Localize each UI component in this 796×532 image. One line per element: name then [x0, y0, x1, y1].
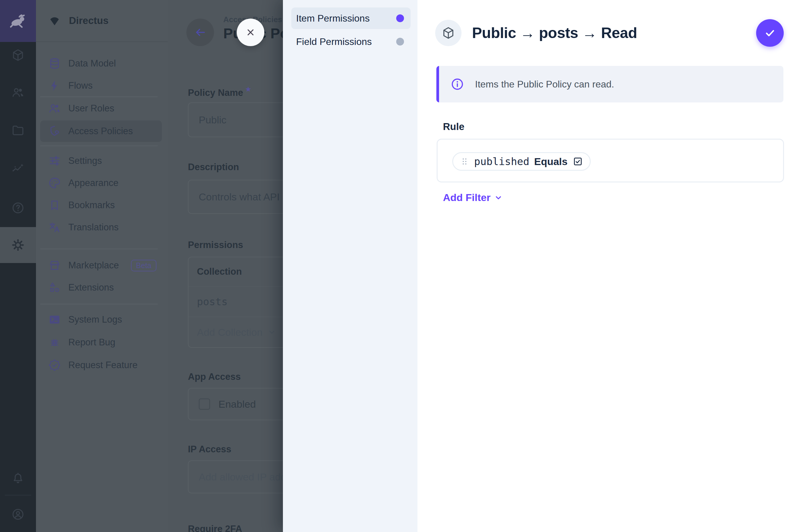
- drawer-content: Public → posts → Read Items the Public P…: [418, 0, 796, 532]
- policy-name-label: Policy Name★: [188, 85, 252, 98]
- module-users[interactable]: [0, 75, 36, 111]
- project-header[interactable]: Directus: [36, 0, 168, 42]
- sidebar-item-bookmarks[interactable]: Bookmarks: [40, 194, 162, 216]
- ip-access-label: IP Access: [188, 444, 232, 455]
- collection-column-header: Collection: [188, 257, 283, 286]
- sidebar-item-system-logs[interactable]: System Logs: [40, 309, 162, 330]
- people-icon: [11, 86, 25, 99]
- notifications-button[interactable]: [0, 460, 36, 496]
- settings-gear-icon: [11, 238, 25, 252]
- help-icon: [11, 201, 25, 215]
- sidebar-item-report-bug[interactable]: Report Bug: [40, 331, 162, 353]
- add-collection-button[interactable]: Add Collection: [188, 317, 283, 347]
- notifications-bell-icon: [11, 472, 25, 485]
- sidebar-item-label: Marketplace: [68, 260, 119, 271]
- enabled-label: Enabled: [219, 398, 256, 410]
- filter-pill[interactable]: published Equals: [452, 152, 591, 171]
- user-roles-icon: [48, 102, 61, 115]
- sidebar-item-translations[interactable]: Translations: [40, 216, 162, 238]
- table-row-posts[interactable]: posts: [188, 287, 283, 317]
- close-icon: [244, 26, 257, 38]
- bookmark-icon: [48, 198, 61, 212]
- require-2fa-label: Require 2FA: [188, 524, 242, 532]
- sidebar-item-access-policies[interactable]: Access Policies: [40, 120, 162, 142]
- module-content[interactable]: [0, 37, 36, 73]
- sidebar-item-flows[interactable]: Flows: [40, 75, 162, 96]
- nav-divider: [40, 304, 158, 304]
- bolt-icon: [48, 79, 61, 92]
- back-button[interactable]: [186, 19, 214, 46]
- sidebar-item-data-model[interactable]: Data Model: [40, 53, 162, 74]
- box-icon: [11, 48, 25, 62]
- drag-handle-icon[interactable]: [460, 157, 469, 166]
- module-help[interactable]: [0, 190, 36, 226]
- sidebar-item-label: Data Model: [68, 58, 116, 69]
- add-filter-button[interactable]: Add Filter: [443, 192, 503, 203]
- nav-divider: [40, 146, 158, 146]
- check-icon: [763, 26, 777, 40]
- drawer-header-avatar: [435, 20, 462, 46]
- permissions-drawer: Item Permissions Field Permissions Publi…: [283, 0, 796, 532]
- drawer-close-button[interactable]: [237, 19, 264, 46]
- filter-field[interactable]: published: [474, 155, 529, 168]
- add-filter-label: Add Filter: [443, 192, 490, 203]
- module-insights[interactable]: [0, 150, 36, 186]
- beta-badge: Beta: [131, 260, 156, 271]
- sidebar-item-request-feature[interactable]: Request Feature: [40, 354, 162, 376]
- palette-icon: [48, 176, 61, 190]
- account-button[interactable]: [0, 496, 36, 532]
- storefront-icon: [48, 259, 61, 272]
- chevron-down-icon: [494, 193, 503, 203]
- rule-label: Rule: [443, 121, 465, 132]
- sidebar-item-extensions[interactable]: Extensions: [40, 277, 162, 298]
- box-icon: [442, 26, 455, 40]
- info-notice: Items the Public Policy can read.: [437, 66, 783, 102]
- arrow-left-icon: [193, 26, 207, 39]
- sidebar-item-label: Translations: [68, 222, 119, 233]
- save-button[interactable]: [756, 19, 784, 47]
- tab-field-permissions[interactable]: Field Permissions: [291, 31, 411, 53]
- item-permissions-status-dot: [396, 14, 404, 22]
- sidebar-item-label: Report Bug: [68, 337, 115, 348]
- sidebar-item-settings[interactable]: Settings: [40, 150, 162, 172]
- shield-user-icon: [48, 125, 61, 138]
- sidebar-item-marketplace[interactable]: Marketplace Beta: [40, 254, 162, 276]
- sidebar-item-label: Flows: [68, 80, 93, 91]
- notice-accent-bar: [437, 66, 439, 102]
- sidebar-item-label: Appearance: [68, 178, 118, 188]
- sidebar-item-label: User Roles: [68, 103, 114, 114]
- shapes-icon: [48, 281, 61, 294]
- field-permissions-status-dot: [396, 38, 404, 45]
- required-star: ★: [245, 85, 252, 93]
- description-input[interactable]: Controls what API d: [188, 180, 283, 214]
- sidebar-item-appearance[interactable]: Appearance: [40, 172, 162, 194]
- insights-icon: [11, 161, 25, 175]
- module-bar-divider: [5, 495, 31, 495]
- permissions-table: Collection posts Add Collection: [188, 257, 283, 348]
- directus-rabbit-logo-icon: [8, 11, 28, 31]
- module-files[interactable]: [0, 113, 36, 149]
- sidebar-item-label: Bookmarks: [68, 200, 115, 211]
- new-releases-icon: [48, 359, 61, 372]
- ip-access-input[interactable]: Add allowed IP addr: [188, 460, 283, 493]
- sidebar-item-user-roles[interactable]: User Roles: [40, 98, 162, 119]
- policy-name-input[interactable]: Public: [188, 102, 283, 137]
- filter-operator[interactable]: Equals: [534, 156, 567, 168]
- tab-item-permissions[interactable]: Item Permissions: [291, 7, 411, 29]
- project-name: Directus: [69, 15, 109, 26]
- translate-icon: [48, 221, 61, 234]
- sidebar-item-label: System Logs: [68, 314, 122, 325]
- folder-icon: [11, 124, 25, 137]
- app-access-field: Enabled: [188, 388, 283, 420]
- sidebar-item-label: Access Policies: [68, 126, 133, 137]
- account-circle-icon: [11, 508, 25, 521]
- enabled-checkbox[interactable]: [199, 398, 210, 410]
- main-content: Access Policies Public Po Policy Name★ P…: [168, 0, 283, 532]
- module-bar: [0, 0, 36, 532]
- filter-value-checkbox-icon[interactable]: [572, 156, 583, 167]
- drawer-sidebar: Item Permissions Field Permissions: [283, 0, 418, 532]
- sidebar-item-label: Settings: [68, 155, 102, 166]
- drawer-title: Public → posts → Read: [472, 20, 637, 46]
- module-settings-active[interactable]: [0, 227, 36, 263]
- directus-logo[interactable]: [0, 0, 36, 42]
